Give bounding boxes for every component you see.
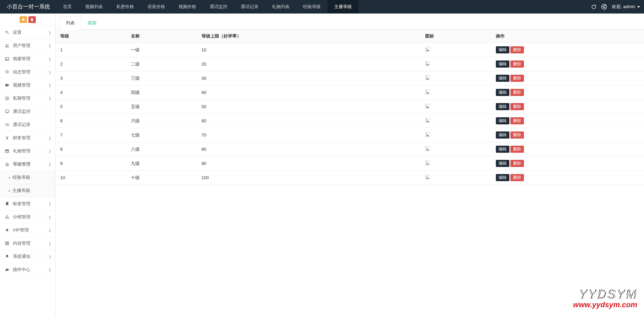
delete-button[interactable]: 删除 — [510, 89, 524, 96]
edit-button[interactable]: 编辑 — [496, 103, 509, 110]
edit-button[interactable]: 编辑 — [496, 46, 509, 53]
sidebar-sub-item-0[interactable]: ▸经验等级 — [0, 171, 55, 184]
star-icon — [4, 228, 10, 233]
table-row: 10十级100编辑删除 — [55, 171, 644, 185]
svg-point-7 — [7, 45, 8, 46]
cell-name: 一级 — [126, 43, 197, 57]
bookmark-icon — [4, 201, 10, 206]
delete-button[interactable]: 删除 — [510, 117, 524, 124]
cell-name: 九级 — [126, 156, 197, 171]
topnav-item-7[interactable]: 礼物列表 — [265, 0, 296, 14]
delete-button[interactable]: 删除 — [510, 103, 524, 110]
sidebar-item-9[interactable]: 礼物管理❯ — [0, 145, 55, 158]
sidebar-item-10[interactable]: 等级管理❯ — [0, 158, 55, 171]
sidebar-item-14[interactable]: 内容管理❯ — [0, 237, 55, 250]
delete-button[interactable]: 删除 — [510, 75, 524, 82]
topnav-item-1[interactable]: 视频列表 — [78, 0, 110, 14]
cell-ops: 编辑删除 — [491, 156, 644, 171]
grid-icon — [4, 241, 10, 246]
topnav-item-4[interactable]: 视频价格 — [172, 0, 203, 14]
edit-button[interactable]: 编辑 — [496, 146, 509, 153]
delete-button[interactable]: 删除 — [510, 174, 524, 181]
chevron-right-icon: ❯ — [48, 268, 51, 272]
edit-button[interactable]: 编辑 — [496, 60, 509, 68]
chevron-right-icon: ❯ — [48, 57, 51, 61]
cell-level: 9 — [55, 156, 126, 171]
sidebar-item-5[interactable]: 私聊管理❯ — [0, 92, 55, 105]
svg-rect-27 — [8, 242, 9, 243]
delete-button[interactable]: 删除 — [510, 46, 524, 53]
star-o-icon — [4, 70, 10, 74]
home-button[interactable] — [20, 16, 27, 23]
sidebar-item-label: 等级管理 — [13, 161, 48, 167]
cell-upper: 20 — [197, 57, 420, 71]
edit-button[interactable]: 编辑 — [496, 89, 509, 96]
topnav-item-0[interactable]: 首页 — [56, 0, 78, 14]
sidebar-item-label: 私聊管理 — [13, 95, 48, 101]
topnav-item-6[interactable]: 通话记录 — [234, 0, 265, 14]
edit-button[interactable]: 编辑 — [496, 117, 509, 124]
table-row: 3三级30编辑删除 — [55, 71, 644, 86]
delete-button[interactable]: 删除 — [510, 60, 524, 68]
svg-point-0 — [602, 4, 607, 9]
sidebar-item-1[interactable]: 用户管理❯ — [0, 39, 55, 52]
trash-button[interactable] — [28, 16, 36, 23]
sidebar-item-11[interactable]: 标签管理❯ — [0, 197, 55, 211]
broken-image-icon — [425, 175, 430, 179]
delete-button[interactable]: 删除 — [510, 160, 524, 167]
sidebar-item-3[interactable]: 动态管理❯ — [0, 66, 55, 79]
tab-add[interactable]: 添加 — [81, 16, 103, 30]
topnav-item-9[interactable]: 主播等级 — [327, 0, 359, 14]
topnav-item-8[interactable]: 经验等级 — [296, 0, 327, 14]
svg-point-5 — [8, 33, 9, 34]
th-icon: 图标 — [420, 30, 491, 43]
edit-button[interactable]: 编辑 — [496, 75, 509, 82]
svg-rect-22 — [5, 218, 6, 218]
sidebar-item-6[interactable]: 通话监控 — [0, 105, 55, 118]
th-name: 名称 — [126, 30, 197, 43]
delete-button[interactable]: 删除 — [510, 131, 524, 139]
cell-name: 八级 — [126, 142, 197, 156]
sidebar-item-8[interactable]: 财务管理❯ — [0, 131, 55, 145]
share-icon[interactable] — [601, 4, 607, 10]
sidebar-item-label: VIP管理 — [13, 227, 48, 233]
svg-rect-18 — [6, 125, 9, 126]
svg-rect-24 — [8, 218, 9, 218]
sidebar-item-4[interactable]: 视频管理❯ — [0, 79, 55, 92]
svg-rect-10 — [5, 84, 8, 87]
cell-upper: 10 — [197, 43, 420, 57]
topnav-item-3[interactable]: 语音价格 — [141, 0, 172, 14]
chevron-right-icon: ❯ — [48, 242, 51, 245]
edit-button[interactable]: 编辑 — [496, 174, 509, 181]
sidebar-item-0[interactable]: 设置❯ — [0, 26, 55, 39]
sidebar-item-label: 插件中心 — [13, 267, 48, 273]
cell-icon — [420, 142, 491, 156]
edit-button[interactable]: 编辑 — [496, 131, 509, 139]
topnav-item-5[interactable]: 通话监控 — [203, 0, 234, 14]
sidebar-item-15[interactable]: 系统通知❯ — [0, 250, 55, 263]
sidebar: 设置❯用户管理❯相册管理❯动态管理❯视频管理❯私聊管理❯通话监控通话记录财务管理… — [0, 14, 55, 316]
edit-button[interactable]: 编辑 — [496, 160, 509, 167]
user-menu[interactable]: 欢迎, admin — [612, 4, 640, 10]
cell-level: 7 — [55, 128, 126, 142]
sidebar-item-13[interactable]: VIP管理❯ — [0, 224, 55, 237]
delete-button[interactable]: 删除 — [510, 146, 524, 153]
sidebar-sub-label: 经验等级 — [13, 174, 30, 180]
cell-name: 十级 — [126, 171, 197, 185]
cell-name: 六级 — [126, 114, 197, 128]
svg-point-15 — [5, 125, 6, 126]
refresh-icon[interactable] — [591, 4, 596, 9]
sidebar-item-12[interactable]: 分销管理❯ — [0, 211, 55, 224]
chevron-right-icon: ❯ — [48, 228, 51, 232]
sidebar-sub-item-1[interactable]: ▸主播等级 — [0, 184, 55, 197]
svg-rect-33 — [8, 244, 9, 245]
sidebar-item-7[interactable]: 通话记录 — [0, 118, 55, 131]
topnav-item-2[interactable]: 私密价格 — [110, 0, 141, 14]
tab-list[interactable]: 列表 — [60, 16, 81, 30]
top-navbar: 小百合一对一系统 首页视频列表私密价格语音价格视频价格通话监控通话记录礼物列表经… — [0, 0, 644, 14]
cell-upper: 100 — [197, 171, 420, 185]
broken-image-icon — [425, 75, 430, 80]
top-nav: 首页视频列表私密价格语音价格视频价格通话监控通话记录礼物列表经验等级主播等级 — [56, 0, 359, 14]
sidebar-item-16[interactable]: 插件中心❯ — [0, 263, 55, 276]
sidebar-item-2[interactable]: 相册管理❯ — [0, 52, 55, 66]
